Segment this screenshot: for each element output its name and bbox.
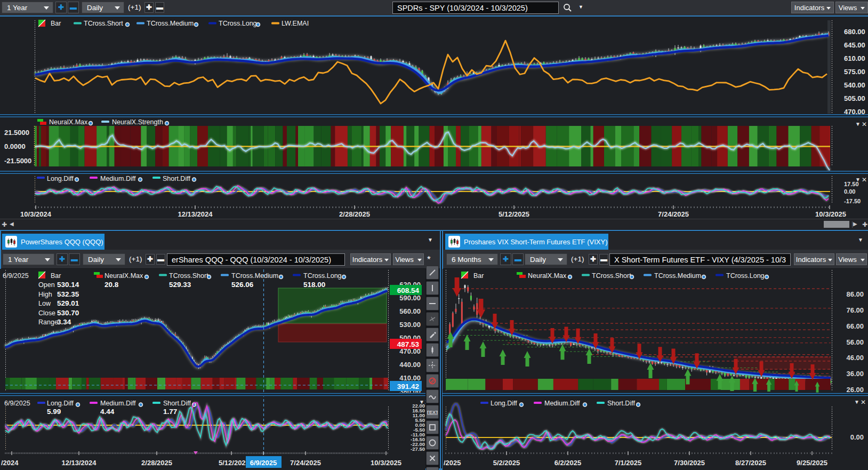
svg-text:530.00: 530.00 [399, 321, 421, 329]
svg-text:530.14: 530.14 [57, 281, 79, 289]
svg-text:Bar: Bar [51, 272, 61, 280]
svg-text:518.00: 518.00 [303, 281, 325, 289]
svg-text:NeuralX.Max: NeuralX.Max [49, 118, 88, 126]
svg-text:TCross.Medium: TCross.Medium [147, 20, 194, 27]
svg-text:High: High [38, 291, 52, 298]
svg-text:17.50: 17.50 [844, 181, 859, 187]
svg-text:Low: Low [38, 300, 51, 307]
svg-text:529.33: 529.33 [169, 281, 191, 289]
svg-text:575.00: 575.00 [844, 68, 865, 76]
svg-text:NeuralX.Max: NeuralX.Max [528, 272, 567, 280]
svg-text:Short.Diff: Short.Diff [607, 400, 635, 407]
svg-text:TCross.Short: TCross.Short [592, 272, 631, 280]
svg-text:Bar: Bar [473, 272, 484, 280]
svg-text:6/9/2025: 6/9/2025 [250, 459, 277, 467]
svg-text:Open: Open [38, 281, 55, 289]
svg-text:Long.Diff: Long.Diff [491, 400, 517, 407]
svg-text:36.00: 36.00 [846, 370, 864, 378]
svg-text:LW.EMAI: LW.EMAI [282, 20, 309, 27]
svg-text:645.00: 645.00 [844, 41, 865, 49]
svg-text:-17.50: -17.50 [844, 198, 861, 204]
svg-text:5/2/2025: 5/2/2025 [493, 459, 520, 467]
svg-text:7/24/2025: 7/24/2025 [290, 459, 321, 467]
svg-text:/2025: /2025 [444, 459, 461, 467]
svg-text:56.00: 56.00 [846, 338, 864, 346]
svg-text:Medium.Diff: Medium.Diff [100, 400, 136, 407]
svg-text:Short.Diff: Short.Diff [163, 400, 191, 407]
svg-text:▼: ▼ [855, 121, 861, 127]
svg-text:12/13/2024: 12/13/2024 [61, 459, 97, 467]
svg-text:532.35: 532.35 [57, 290, 79, 298]
svg-text:TCross.Short: TCross.Short [169, 272, 208, 280]
svg-text:5/12/2025: 5/12/2025 [499, 210, 529, 218]
svg-text:TCross.Medium: TCross.Medium [654, 272, 701, 280]
svg-text:608.54: 608.54 [397, 286, 420, 294]
svg-text:530.70: 530.70 [57, 309, 79, 317]
svg-text:TEXT: TEXT [427, 410, 438, 415]
svg-text:7/1/2025: 7/1/2025 [615, 459, 642, 467]
svg-text:Range: Range [38, 318, 58, 326]
svg-text:1.77: 1.77 [163, 408, 177, 416]
svg-text:10/3/2025: 10/3/2025 [371, 459, 401, 467]
svg-text:529.01: 529.01 [57, 299, 79, 307]
svg-text:2/28/2025: 2/28/2025 [141, 459, 172, 467]
svg-text:Long.Diff: Long.Diff [47, 400, 74, 407]
svg-text:410.00: 410.00 [399, 374, 421, 382]
svg-text:TCross.Short: TCross.Short [84, 20, 123, 27]
svg-text:10/3/2024: 10/3/2024 [20, 210, 52, 218]
svg-text:86.00: 86.00 [846, 290, 864, 298]
svg-text:TCross.Long: TCross.Long [726, 272, 765, 280]
svg-text:NeuralX.Strength: NeuralX.Strength [112, 118, 163, 126]
svg-text:21.5000: 21.5000 [4, 129, 29, 137]
svg-text:9/25/2025: 9/25/2025 [797, 459, 827, 467]
svg-text:3.34: 3.34 [57, 318, 71, 326]
svg-text:TCross.Long: TCross.Long [219, 20, 257, 27]
svg-text:5.99: 5.99 [47, 408, 61, 416]
svg-text:46.00: 46.00 [846, 354, 864, 362]
svg-text:12/13/2024: 12/13/2024 [178, 210, 213, 218]
svg-text:-21.5000: -21.5000 [4, 157, 31, 165]
svg-text:Medium.Diff: Medium.Diff [100, 175, 136, 182]
svg-text:TCross.Medium: TCross.Medium [231, 272, 278, 280]
svg-text:6/9/2025: 6/9/2025 [4, 400, 30, 407]
svg-text:✕: ✕ [862, 121, 867, 128]
svg-text:505.00: 505.00 [844, 94, 865, 102]
svg-text:0.0000: 0.0000 [4, 142, 26, 150]
svg-text:0.00: 0.00 [844, 188, 855, 195]
svg-text:6/2/2025: 6/2/2025 [554, 459, 582, 467]
svg-text:▼: ▼ [854, 399, 859, 405]
svg-text:8/27/2025: 8/27/2025 [735, 459, 766, 467]
svg-text:7/30/2025: 7/30/2025 [674, 459, 705, 467]
svg-text:540.00: 540.00 [844, 81, 865, 89]
svg-text:76.00: 76.00 [846, 306, 864, 314]
svg-text:26.00: 26.00 [846, 386, 864, 394]
svg-text:TCross.Long: TCross.Long [303, 272, 342, 280]
svg-text:7/24/2025: 7/24/2025 [658, 210, 689, 218]
svg-text:526.06: 526.06 [231, 281, 254, 289]
svg-text:0.00: 0.00 [850, 433, 864, 441]
svg-text:/2024: /2024 [1, 459, 19, 467]
svg-text:2/28/2025: 2/28/2025 [339, 210, 370, 218]
svg-text:✕: ✕ [861, 399, 866, 406]
svg-text:440.00: 440.00 [399, 361, 421, 369]
svg-text:10/3/2025: 10/3/2025 [815, 210, 846, 218]
svg-text:Medium.Diff: Medium.Diff [544, 400, 580, 407]
svg-text:NeuralX.Max: NeuralX.Max [105, 272, 143, 280]
svg-text:5/12/202: 5/12/202 [219, 459, 246, 467]
svg-text:4.44: 4.44 [100, 408, 115, 416]
svg-text:Long.Diff: Long.Diff [47, 175, 74, 182]
svg-text:487.53: 487.53 [397, 340, 420, 348]
svg-text:66.00: 66.00 [846, 322, 864, 330]
svg-text:Bar: Bar [51, 20, 61, 27]
svg-text:6/9/2025: 6/9/2025 [3, 272, 29, 280]
svg-text:680.00: 680.00 [844, 28, 865, 36]
svg-text:391.42: 391.42 [397, 383, 419, 391]
svg-text:Close: Close [38, 309, 55, 317]
svg-text:560.00: 560.00 [399, 307, 421, 315]
svg-text:20.8: 20.8 [105, 281, 119, 289]
svg-text:✕: ✕ [862, 176, 867, 184]
svg-text:Short.Diff: Short.Diff [163, 175, 190, 182]
svg-text:-27.50: -27.50 [411, 446, 425, 452]
svg-text:610.00: 610.00 [844, 54, 865, 62]
